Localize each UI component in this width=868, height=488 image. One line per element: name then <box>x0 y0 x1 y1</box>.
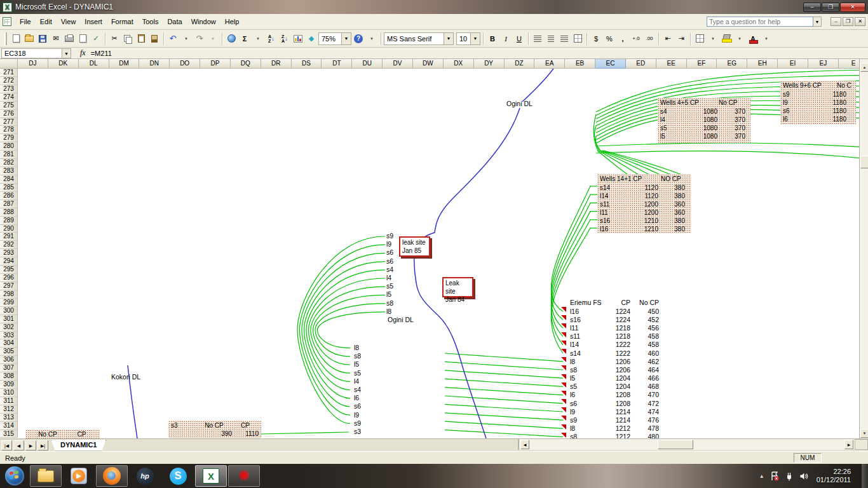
close-button[interactable]: ✕ <box>840 3 865 12</box>
currency-button[interactable]: $ <box>590 32 602 46</box>
row-header-281[interactable]: 281 <box>0 151 18 159</box>
column-header-DT[interactable]: DT <box>322 59 352 69</box>
taskbar-excel-button[interactable]: X <box>195 465 227 487</box>
menu-data[interactable]: Data <box>163 16 186 27</box>
bold-button[interactable]: B <box>486 32 499 46</box>
tab-prev-button[interactable]: ◀ <box>13 440 24 451</box>
open-button[interactable] <box>23 32 36 46</box>
minimize-button[interactable]: – <box>803 3 821 12</box>
row-header-278[interactable]: 278 <box>0 126 18 134</box>
row-header-284[interactable]: 284 <box>0 175 18 184</box>
row-header-287[interactable]: 287 <box>0 200 18 208</box>
row-header-306[interactable]: 306 <box>0 356 18 364</box>
taskbar-media-player-button[interactable]: ▶ <box>63 465 95 487</box>
column-header-DR[interactable]: DR <box>261 59 292 69</box>
kokori-dl-label[interactable]: Kokori DL <box>111 373 140 381</box>
scroll-down-icon[interactable]: ▼ <box>860 429 868 438</box>
menu-tools[interactable]: Tools <box>138 16 163 27</box>
tray-clock[interactable]: 22:26 01/12/2011 <box>817 468 851 484</box>
row-header-310[interactable]: 310 <box>0 389 18 397</box>
print-preview-button[interactable] <box>76 32 89 46</box>
column-header-DS[interactable]: DS <box>292 59 322 69</box>
percent-button[interactable]: % <box>603 32 616 46</box>
row-header-298[interactable]: 298 <box>0 290 18 299</box>
increase-indent-button[interactable]: ⇥ <box>675 32 688 46</box>
borders-button[interactable] <box>693 32 706 46</box>
wells-9-6-table[interactable]: Wells 9+6 CP No C s91180l91180s61180l611… <box>780 81 856 125</box>
vertical-scrollbar[interactable]: ▲ ▼ <box>859 59 868 438</box>
sort-descending-button[interactable]: ZA↓ <box>278 32 291 46</box>
wells-4-5-table[interactable]: Wells 4+5 CP No CP s41080370l41080370s51… <box>658 98 750 143</box>
column-header-EC[interactable]: EC <box>595 59 626 69</box>
scroll-up-icon[interactable]: ▲ <box>860 63 868 72</box>
column-header-DK[interactable]: DK <box>48 59 79 69</box>
s3-table[interactable]: s3 No CP CP 390 1110 <box>168 421 261 438</box>
row-header-272[interactable]: 272 <box>0 77 18 85</box>
row-header-276[interactable]: 276 <box>0 110 18 118</box>
redo-dropdown[interactable]: ▼ <box>207 32 219 46</box>
font-combobox[interactable]: MS Sans Serif▼ <box>384 32 454 45</box>
leak-site-jan85-box[interactable]: leak site Jan 85 <box>399 236 430 257</box>
row-header-309[interactable]: 309 <box>0 381 18 389</box>
row-header-279[interactable]: 279 <box>0 134 18 142</box>
menu-view[interactable]: View <box>57 16 81 27</box>
ogini-dl-bottom-label[interactable]: Ogini DL <box>388 316 414 323</box>
help-button[interactable]: ? <box>352 32 365 46</box>
row-header-271[interactable]: 271 <box>0 69 18 77</box>
ogini-dl-top-label[interactable]: Ogini DL <box>506 100 532 107</box>
tab-next-button[interactable]: ▶ <box>25 440 36 451</box>
column-header-DW[interactable]: DW <box>413 59 444 69</box>
eriemu-fs-list[interactable]: Eriemu FS CP No CP l161224450s161224452l… <box>559 299 680 438</box>
row-header-274[interactable]: 274 <box>0 93 18 102</box>
power-plug-icon[interactable] <box>785 471 794 481</box>
row-header-296[interactable]: 296 <box>0 274 18 282</box>
row-header-304[interactable]: 304 <box>0 339 18 348</box>
column-header-DJ[interactable]: DJ <box>18 59 48 69</box>
column-header-EH[interactable]: EH <box>747 59 778 69</box>
menu-help[interactable]: Help <box>220 16 244 27</box>
row-header-308[interactable]: 308 <box>0 372 18 381</box>
row-header-305[interactable]: 305 <box>0 348 18 356</box>
increase-decimal-button[interactable]: +.0 <box>630 32 642 46</box>
decrease-decimal-button[interactable]: .00 <box>643 32 656 46</box>
new-button[interactable] <box>10 32 22 46</box>
row-header-273[interactable]: 273 <box>0 85 18 93</box>
row-header-301[interactable]: 301 <box>0 315 18 323</box>
vertical-scroll-thumb[interactable] <box>860 156 868 168</box>
row-header-288[interactable]: 288 <box>0 208 18 217</box>
name-box[interactable]: EC318 <box>1 48 62 58</box>
undo-button[interactable]: ↶ <box>166 32 179 46</box>
italic-button[interactable]: I <box>499 32 512 46</box>
underline-button[interactable]: U <box>513 32 526 46</box>
row-header-312[interactable]: 312 <box>0 405 18 414</box>
column-header-DX[interactable]: DX <box>444 59 474 69</box>
copy-button[interactable] <box>121 32 134 46</box>
row-header-282[interactable]: 282 <box>0 159 18 167</box>
font-color-button[interactable]: A <box>747 32 759 46</box>
horizontal-scrollbar[interactable]: ◀ ▶ <box>518 439 855 450</box>
workbook-restore-button[interactable]: ❐ <box>843 17 853 26</box>
align-right-button[interactable] <box>558 32 571 46</box>
font-size-dropdown-icon[interactable]: ▼ <box>470 33 480 44</box>
row-header-277[interactable]: 277 <box>0 118 18 126</box>
column-header-DN[interactable]: DN <box>139 59 170 69</box>
row-header-293[interactable]: 293 <box>0 249 18 257</box>
workbook-close-button[interactable]: ✕ <box>855 17 865 26</box>
toolbar-grip[interactable] <box>4 32 7 45</box>
decrease-indent-button[interactable]: ⇤ <box>661 32 674 46</box>
column-header-DZ[interactable]: DZ <box>505 59 535 69</box>
fill-color-dropdown[interactable]: ▼ <box>733 32 746 46</box>
show-desktop-button[interactable] <box>862 464 868 488</box>
fill-color-button[interactable] <box>720 32 733 46</box>
row-header-283[interactable]: 283 <box>0 167 18 175</box>
row-header-275[interactable]: 275 <box>0 102 18 110</box>
tray-expand-icon[interactable]: ▲ <box>759 473 764 479</box>
name-box-dropdown[interactable]: ▼ <box>62 48 71 58</box>
maximize-button[interactable]: ❐ <box>822 3 839 12</box>
sort-ascending-button[interactable]: AZ↓ <box>265 32 278 46</box>
select-all-corner[interactable] <box>0 59 18 69</box>
zoom-combobox[interactable]: 75%▼ <box>318 32 351 45</box>
font-dropdown-icon[interactable]: ▼ <box>444 33 453 44</box>
column-header-EB[interactable]: EB <box>565 59 595 69</box>
column-header-DQ[interactable]: DQ <box>231 59 261 69</box>
